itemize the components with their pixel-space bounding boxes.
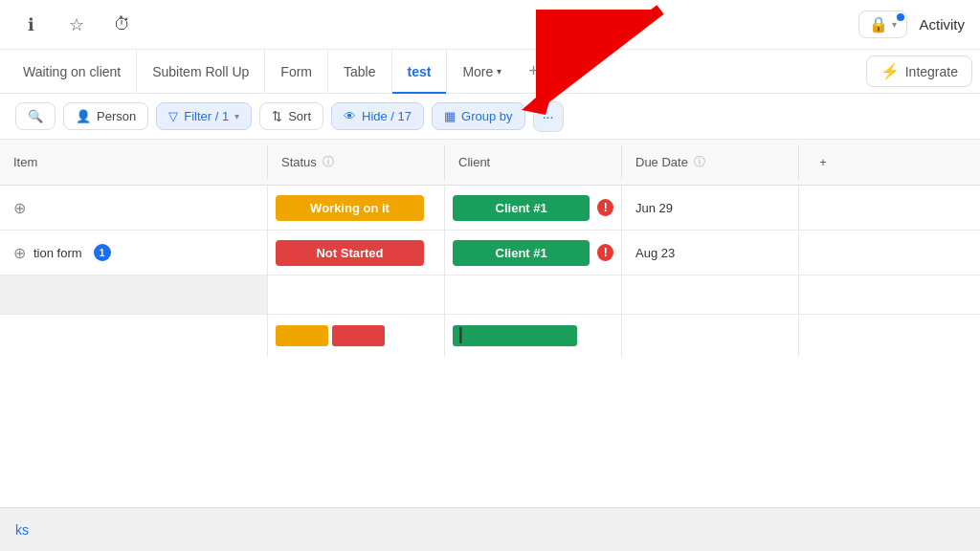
integrate-button[interactable]: ⚡ Integrate	[866, 55, 972, 87]
column-item: Item	[0, 145, 268, 179]
search-icon: 🔍	[28, 109, 43, 123]
group-icon: ▦	[444, 109, 456, 123]
summary-status	[268, 315, 445, 357]
lock-chevron: ▾	[892, 19, 897, 30]
column-due-date: Due Date ⓘ	[622, 144, 799, 180]
top-bar: ℹ ☆ ⏱ 🔒 ▾ Activity	[0, 0, 980, 50]
sort-button[interactable]: ⇅ Sort	[259, 102, 323, 130]
row1-client: Client #1 !	[445, 186, 622, 230]
row1-status-badge[interactable]: Working on it	[276, 195, 424, 221]
notification-dot	[897, 13, 904, 21]
tab-test[interactable]: test	[392, 50, 448, 94]
summary-due-date	[622, 315, 799, 357]
column-status: Status ⓘ	[268, 144, 445, 180]
add-row-client	[445, 276, 622, 314]
add-row-extra	[799, 276, 847, 314]
summary-area: I	[0, 315, 980, 357]
person-icon: 👤	[76, 109, 91, 123]
row2-status[interactable]: Not Started	[268, 231, 445, 275]
mini-working-bar	[276, 325, 328, 346]
top-bar-right: 🔒 ▾ Activity	[858, 11, 965, 38]
summary-row	[0, 315, 980, 357]
chevron-down-icon: ▾	[497, 66, 501, 77]
summary-extra	[799, 315, 847, 357]
history-button[interactable]: ⏱	[107, 10, 138, 40]
table-row: ⊕ tion form 1 Not Started Client #1 ! Au…	[0, 231, 980, 276]
filter-chevron: ▾	[234, 111, 239, 121]
row2-status-badge[interactable]: Not Started	[276, 240, 424, 266]
status-info-icon: ⓘ	[323, 154, 334, 170]
hide-icon: 👁	[344, 109, 356, 123]
row2-error-icon: !	[597, 244, 613, 261]
row2-client-badge[interactable]: Client #1	[453, 240, 590, 266]
tabs-bar: Waiting on client Subitem Roll Up Form T…	[0, 50, 980, 94]
row2-item: ⊕ tion form 1	[0, 231, 268, 275]
due-date-info-icon: ⓘ	[694, 154, 705, 170]
mini-client-bar	[453, 325, 577, 346]
row1-item: ⊕	[0, 186, 268, 230]
more-options-button[interactable]: ···	[533, 101, 564, 132]
row2-due-date: Aug 23	[622, 231, 799, 275]
add-row-item	[0, 276, 268, 314]
activity-label[interactable]: Activity	[919, 16, 965, 33]
filter-button[interactable]: ▽ Filter / 1 ▾	[156, 102, 252, 130]
integrate-icon: ⚡	[880, 62, 900, 80]
table-row: ⊕ Working on it Client #1 ! Jun 29	[0, 186, 980, 231]
summary-item	[0, 315, 268, 357]
row1-comment-icon[interactable]: ⊕	[13, 199, 26, 217]
row2-item-badge: 1	[94, 244, 111, 261]
mini-not-started-bar	[332, 325, 385, 346]
toolbar: 🔍 👤 Person ▽ Filter / 1 ▾ ⇅ Sort 👁 Hide …	[0, 94, 980, 140]
tab-more[interactable]: More ▾	[447, 50, 517, 94]
tab-subitem-rollup[interactable]: Subitem Roll Up	[137, 50, 265, 94]
group-by-button[interactable]: ▦ Group by	[432, 102, 524, 130]
search-button[interactable]: 🔍	[15, 102, 56, 130]
row1-due-date: Jun 29	[622, 186, 799, 230]
table-container: Item Status ⓘ Client Due Date ⓘ + ⊕	[0, 140, 980, 357]
column-add[interactable]: +	[799, 145, 847, 179]
summary-client	[445, 315, 622, 357]
lock-icon: 🔒	[869, 15, 888, 33]
tab-waiting-on-client[interactable]: Waiting on client	[8, 50, 137, 94]
column-client: Client	[445, 145, 622, 179]
sort-icon: ⇅	[272, 109, 282, 123]
star-button[interactable]: ☆	[61, 10, 92, 40]
add-row-status	[268, 276, 445, 314]
lock-button[interactable]: 🔒 ▾	[858, 11, 907, 38]
tabs-right: ⚡ Integrate	[866, 55, 972, 87]
tabs-left: Waiting on client Subitem Roll Up Form T…	[8, 50, 550, 94]
top-bar-left: ℹ ☆ ⏱	[15, 10, 138, 40]
row2-comment-icon[interactable]: ⊕	[13, 244, 26, 262]
tab-add-button[interactable]: +	[517, 50, 550, 94]
table-header: Item Status ⓘ Client Due Date ⓘ +	[0, 140, 980, 186]
row1-error-icon: !	[597, 199, 613, 216]
bottom-link[interactable]: ks	[15, 522, 29, 538]
person-button[interactable]: 👤 Person	[63, 102, 148, 130]
table-area: Item Status ⓘ Client Due Date ⓘ + ⊕	[0, 140, 980, 357]
tab-form[interactable]: Form	[265, 50, 328, 94]
row1-extra	[799, 186, 847, 230]
tab-table[interactable]: Table	[328, 50, 391, 94]
row1-client-badge[interactable]: Client #1	[453, 195, 590, 221]
bottom-bar: ks	[0, 507, 980, 551]
row2-client: Client #1 !	[445, 231, 622, 275]
add-row-due-date	[622, 276, 799, 314]
row2-extra	[799, 231, 847, 275]
hide-button[interactable]: 👁 Hide / 17	[331, 102, 424, 130]
add-row	[0, 276, 980, 315]
filter-icon: ▽	[168, 109, 178, 123]
info-button[interactable]: ℹ	[15, 10, 46, 40]
row1-status[interactable]: Working on it	[268, 186, 445, 230]
